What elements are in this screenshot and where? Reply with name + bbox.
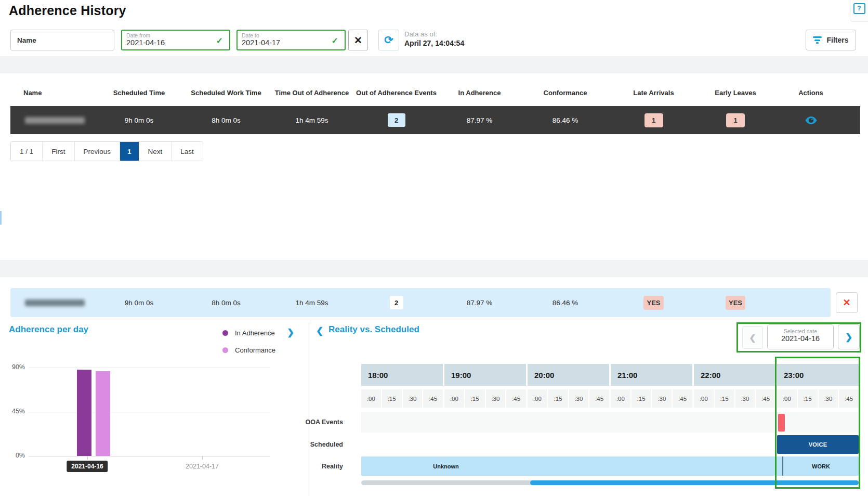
section-divider-band-bottom [0, 260, 868, 277]
timeline-scrollbar-thumb[interactable] [530, 480, 859, 485]
x-tick-2021-04-16 [87, 456, 88, 460]
redacted-name [25, 117, 85, 124]
detail-cell-time-out-of-adherence: 1h 4m 59s [270, 288, 353, 317]
gridline-45 [29, 412, 270, 412]
close-detail-button[interactable]: ✕ [836, 292, 858, 313]
cell-in-adherence: 87.97 % [439, 106, 520, 134]
late-arrival-flag: YES [643, 296, 663, 310]
quarter-tick-23:00:30: :30 [819, 389, 838, 408]
x-axis-line [29, 456, 270, 456]
column-header-ooa-events[interactable]: Out of Adherence Events [353, 73, 439, 104]
column-header-time-out-of-adherence[interactable]: Time Out of Adherence [270, 73, 353, 104]
date-from-value: 2021-04-16 [126, 38, 225, 47]
name-filter-input[interactable] [10, 30, 114, 50]
pagination-page-1[interactable]: 1 [120, 142, 139, 161]
refresh-icon: ⟳ [384, 34, 393, 46]
pagination-first[interactable]: First [43, 142, 74, 161]
help-button[interactable]: ? [850, 0, 868, 22]
timeline-scrollbar-track[interactable] [361, 480, 859, 485]
data-as-of-label: Data as of: [404, 30, 464, 38]
redacted-name [25, 299, 85, 306]
filters-button-label: Filters [826, 36, 848, 44]
hour-header-19:00: 19:00 [444, 364, 526, 386]
x-label-selected-date[interactable]: 2021-04-16 [67, 461, 108, 472]
quarter-group-23:00: :00:15:30:45 [777, 389, 859, 408]
column-header-conformance[interactable]: Conformance [520, 73, 611, 104]
selected-date-input[interactable]: Selected date 2021-04-16 [767, 324, 834, 349]
table-row[interactable]: 9h 0m 0s 8h 0m 0s 1h 4m 59s 2 87.97 % 86… [10, 106, 860, 134]
bar-conformance-2021-04-16[interactable] [96, 371, 110, 456]
quarter-tick-22:00:30: :30 [735, 389, 755, 408]
pagination-previous[interactable]: Previous [75, 142, 121, 161]
quarter-group-18:00: :00:15:30:45 [361, 389, 443, 408]
column-header-name[interactable]: Name [10, 73, 96, 104]
quarter-tick-20:00:00: :00 [528, 389, 547, 408]
back-chevron-icon[interactable]: ❮ [316, 325, 323, 336]
date-from-label: Date from [126, 32, 225, 38]
x-tick-2021-04-17 [202, 456, 203, 460]
column-header-scheduled-time[interactable]: Scheduled Time [96, 73, 182, 104]
page-title: Adherence History [9, 3, 126, 18]
quarter-tick-21:00:15: :15 [632, 389, 651, 408]
refresh-button[interactable]: ⟳ [378, 30, 399, 50]
adherence-per-day-chart: 90% 45% 0% 2021-04-16 2021-04-17 [0, 338, 309, 489]
x-label-date[interactable]: 2021-04-17 [186, 463, 219, 470]
column-header-in-adherence[interactable]: In Adherence [439, 73, 520, 104]
in-adherence-legend-dot [222, 330, 228, 336]
hour-header-22:00: 22:00 [694, 364, 775, 386]
reality-block-work[interactable]: WORK [783, 456, 859, 476]
view-details-button[interactable] [805, 115, 818, 125]
reality-track: Unknown WORK [361, 456, 859, 476]
date-from-valid-icon: ✓ [216, 36, 223, 46]
quarter-tick-18:00:30: :30 [403, 389, 423, 408]
column-header-early-leaves[interactable]: Early Leaves [696, 73, 774, 104]
hour-header-20:00: 20:00 [528, 364, 609, 386]
quarter-tick-22:00:45: :45 [756, 389, 775, 408]
pagination: 1 / 1 First Previous 1 Next Last [10, 141, 203, 161]
adherence-history-page: Adherence History ? Date from 2021-04-16… [0, 0, 868, 496]
hour-header-23:00: 23:00 [777, 364, 859, 386]
clear-filters-button[interactable]: ✕ [348, 30, 368, 50]
pagination-summary: 1 / 1 [11, 142, 43, 161]
ooa-events-badge: 2 [388, 113, 405, 127]
pagination-last[interactable]: Last [172, 142, 203, 161]
help-icon: ? [853, 3, 865, 14]
hour-header-18:00: 18:00 [361, 364, 443, 386]
ooa-event-marker[interactable] [778, 414, 785, 432]
data-as-of: Data as of: April 27, 14:04:54 [404, 30, 464, 47]
quarter-tick-19:00:15: :15 [465, 389, 485, 408]
detail-cell-scheduled-work-time: 8h 0m 0s [182, 288, 270, 317]
eye-icon [805, 115, 818, 125]
y-tick-90: 90% [5, 363, 25, 371]
date-to-input[interactable]: Date to 2021-04-17 ✓ [236, 30, 346, 50]
filters-button[interactable]: Filters [806, 30, 856, 50]
quarter-tick-22:00:00: :00 [694, 389, 714, 408]
cell-scheduled-work-time: 8h 0m 0s [182, 106, 270, 134]
ooa-events-track [361, 412, 859, 433]
expand-adherence-panel-button[interactable]: ❯ [287, 327, 294, 338]
quarter-tick-20:00:15: :15 [548, 389, 568, 408]
selected-agent-row: 9h 0m 0s 8h 0m 0s 1h 4m 59s 2 87.97 % 86… [10, 288, 831, 317]
cell-conformance: 86.46 % [520, 106, 611, 134]
next-date-button[interactable]: ❯ [838, 324, 860, 349]
scheduled-block-voice[interactable]: VOICE [777, 435, 859, 454]
quarter-tick-21:00:30: :30 [652, 389, 672, 408]
quarter-group-19:00: :00:15:30:45 [444, 389, 526, 408]
date-from-input[interactable]: Date from 2021-04-16 ✓ [121, 30, 230, 50]
column-header-scheduled-work-time[interactable]: Scheduled Work Time [182, 73, 270, 104]
filter-icon [813, 36, 822, 44]
column-header-late-arrivals[interactable]: Late Arrivals [611, 73, 696, 104]
quarter-group-21:00: :00:15:30:45 [611, 389, 692, 408]
previous-date-button[interactable]: ❮ [742, 326, 763, 349]
quarter-tick-19:00:45: :45 [506, 389, 526, 408]
page-scrollbar-fragment [0, 211, 2, 225]
hour-header-21:00: 21:00 [611, 364, 692, 386]
reality-block-unknown[interactable]: Unknown [423, 456, 469, 476]
bar-in-adherence-2021-04-16[interactable] [77, 370, 91, 456]
detail-cell-name [10, 288, 96, 317]
ooa-events-badge: 2 [390, 296, 403, 309]
pagination-next[interactable]: Next [139, 142, 172, 161]
table-header: Name Scheduled Time Scheduled Work Time … [10, 73, 860, 104]
quarter-tick-23:00:00: :00 [777, 389, 797, 408]
legend-item-in-adherence: In Adherence [222, 329, 275, 337]
